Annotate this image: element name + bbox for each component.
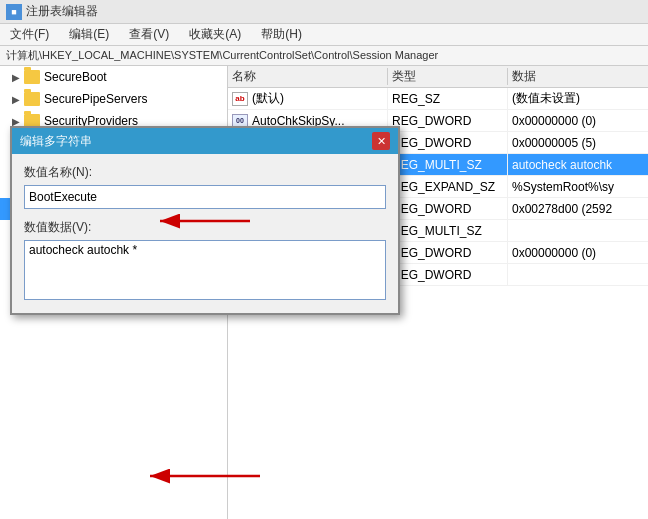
dialog-data-textarea[interactable]: autocheck autochk * xyxy=(24,240,386,300)
edit-dialog: 编辑多字符串 ✕ 数值名称(N): 数值数据(V): autocheck aut… xyxy=(10,126,400,315)
registry-path: 计算机\HKEY_LOCAL_MACHINE\SYSTEM\CurrentCon… xyxy=(6,48,438,63)
col-header-type: 类型 xyxy=(388,68,508,85)
dialog-name-label: 数值名称(N): xyxy=(24,164,386,181)
dialog-body: 数值名称(N): 数值数据(V): autocheck autochk * xyxy=(12,154,398,313)
col-header-name: 名称 xyxy=(228,68,388,85)
dialog-name-input[interactable] xyxy=(24,185,386,209)
tree-arrow: ▶ xyxy=(12,72,24,83)
menu-view[interactable]: 查看(V) xyxy=(125,25,173,44)
table-row[interactable]: ab (默认) REG_SZ (数值未设置) xyxy=(228,88,648,110)
tree-item-securepipeservers[interactable]: ▶ SecurePipeServers xyxy=(0,88,227,110)
cell-type: REG_EXPAND_SZ xyxy=(388,176,508,197)
cell-type: REG_DWORD xyxy=(388,132,508,153)
cell-type: REG_MULTI_SZ xyxy=(388,154,508,175)
cell-type: REG_DWORD xyxy=(388,242,508,263)
path-bar: 计算机\HKEY_LOCAL_MACHINE\SYSTEM\CurrentCon… xyxy=(0,46,648,66)
dialog-data-label: 数值数据(V): xyxy=(24,219,386,236)
folder-icon xyxy=(24,70,40,84)
dialog-title-bar: 编辑多字符串 ✕ xyxy=(12,128,398,154)
dialog-title-text: 编辑多字符串 xyxy=(20,133,92,150)
menu-favorites[interactable]: 收藏夹(A) xyxy=(185,25,245,44)
cell-data: autocheck autochk xyxy=(508,154,648,175)
cell-type: REG_MULTI_SZ xyxy=(388,220,508,241)
tree-label: SecureBoot xyxy=(44,70,107,84)
table-header: 名称 类型 数据 xyxy=(228,66,648,88)
menu-edit[interactable]: 编辑(E) xyxy=(65,25,113,44)
cell-data xyxy=(508,220,648,241)
cell-type: REG_SZ xyxy=(388,88,508,109)
cell-data: 0x00000000 (0) xyxy=(508,242,648,263)
menu-bar: 文件(F) 编辑(E) 查看(V) 收藏夹(A) 帮助(H) xyxy=(0,24,648,46)
tree-label: SecurePipeServers xyxy=(44,92,147,106)
tree-arrow: ▶ xyxy=(12,116,24,127)
cell-data: 0x00000005 (5) xyxy=(508,132,648,153)
tree-arrow: ▶ xyxy=(12,94,24,105)
cell-data: %SystemRoot%\sy xyxy=(508,176,648,197)
main-content: ▶ SecureBoot ▶ SecurePipeServers ▶ Secur… xyxy=(0,66,648,519)
cell-type: REG_DWORD xyxy=(388,264,508,285)
title-bar-text: 注册表编辑器 xyxy=(26,3,98,20)
cell-type: REG_DWORD xyxy=(388,110,508,131)
app-icon: ■ xyxy=(6,4,22,20)
cell-data: 0x00278d00 (2592 xyxy=(508,198,648,219)
cell-type: REG_DWORD xyxy=(388,198,508,219)
cell-data: 0x00000000 (0) xyxy=(508,110,648,131)
folder-icon xyxy=(24,92,40,106)
title-bar: ■ 注册表编辑器 xyxy=(0,0,648,24)
tree-item-secureboot[interactable]: ▶ SecureBoot xyxy=(0,66,227,88)
cell-data xyxy=(508,264,648,285)
dialog-close-button[interactable]: ✕ xyxy=(372,132,390,150)
reg-icon-ab: ab xyxy=(232,92,248,106)
cell-name: ab (默认) xyxy=(228,88,388,109)
cell-data: (数值未设置) xyxy=(508,88,648,109)
col-header-data: 数据 xyxy=(508,68,648,85)
menu-file[interactable]: 文件(F) xyxy=(6,25,53,44)
menu-help[interactable]: 帮助(H) xyxy=(257,25,306,44)
